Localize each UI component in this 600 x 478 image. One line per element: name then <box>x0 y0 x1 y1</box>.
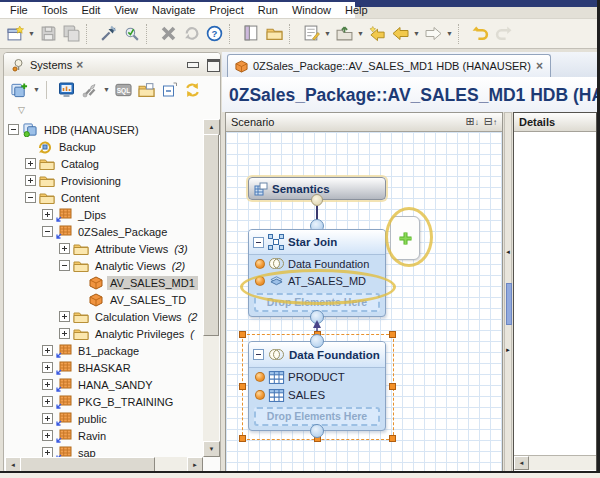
tree-item[interactable]: Attribute Views (3) <box>4 240 203 257</box>
tree-item[interactable]: BHASKAR <box>4 359 203 376</box>
node-item[interactable]: SALES <box>249 386 385 404</box>
tree-item[interactable]: Content <box>4 189 203 206</box>
expand-all-icon[interactable]: ⊞↓ <box>466 116 479 128</box>
delete-button[interactable] <box>157 23 179 45</box>
expand-minus-box[interactable] <box>42 226 53 237</box>
selection-handle[interactable] <box>239 383 246 390</box>
selection-handle[interactable] <box>389 435 396 442</box>
menu-item[interactable]: Navigate <box>145 3 202 17</box>
selection-handle[interactable] <box>239 331 246 338</box>
tree-item[interactable]: Analytic Privileges ( <box>4 325 203 342</box>
forward-button[interactable] <box>422 23 444 45</box>
data-foundation-node[interactable]: Data Foundation PRODUCT <box>248 341 386 431</box>
back-button[interactable] <box>389 23 411 45</box>
export-button[interactable] <box>333 23 355 45</box>
scroll-right-button[interactable]: ► <box>187 457 203 472</box>
task-list-dropdown-arrow[interactable]: ▼ <box>323 23 332 45</box>
scroll-up-button[interactable]: ▲ <box>203 119 220 135</box>
configuration-dropdown-arrow[interactable]: ▼ <box>102 79 111 101</box>
selection-handle[interactable] <box>389 383 396 390</box>
panel-splitter[interactable]: ◄ ► <box>504 112 512 472</box>
tree-item[interactable]: Backup <box>4 138 203 155</box>
add-element-button[interactable] <box>390 216 420 260</box>
star-join-header[interactable]: Star Join <box>249 230 385 255</box>
tree-item[interactable]: B1_package <box>4 342 203 359</box>
save-all-button[interactable] <box>60 23 82 45</box>
expand-plus-box[interactable] <box>42 379 53 390</box>
collapse-icon[interactable] <box>253 349 264 360</box>
scroll-left-button[interactable]: ◄ <box>514 456 529 470</box>
back-to-start-button[interactable] <box>366 23 388 45</box>
tree-item[interactable]: Analytic Views (2) <box>4 257 203 274</box>
expand-plus-box[interactable] <box>59 311 70 322</box>
administration-console-button[interactable] <box>56 79 77 100</box>
scroll-thumb[interactable] <box>203 134 219 336</box>
show-view-button[interactable] <box>240 23 262 45</box>
sql-console-button[interactable]: SQL <box>113 79 134 100</box>
menu-item[interactable]: Edit <box>74 3 107 17</box>
node-item[interactable]: Data Foundation <box>249 255 385 272</box>
close-icon[interactable]: × <box>536 61 543 71</box>
export-dropdown-arrow[interactable]: ▼ <box>356 23 365 45</box>
tree-item[interactable]: PKG_B_TRAINING <box>4 393 203 410</box>
tree-item[interactable]: Provisioning <box>4 172 203 189</box>
scroll-thumb[interactable] <box>20 457 155 472</box>
tree-item[interactable]: Catalog <box>4 155 203 172</box>
collapse-all-button[interactable] <box>159 79 180 100</box>
tree-item[interactable]: _Dips <box>4 206 203 223</box>
tree-item[interactable]: sap <box>4 444 203 457</box>
maximize-button[interactable] <box>207 59 220 70</box>
selection-handle[interactable] <box>389 331 396 338</box>
collapse-icon[interactable] <box>253 237 264 248</box>
minimize-button[interactable] <box>186 59 199 70</box>
node-item[interactable]: AT_SALES_MD <box>249 272 385 289</box>
save-button[interactable] <box>37 23 59 45</box>
menu-item[interactable]: Window <box>285 3 338 17</box>
refresh-button[interactable] <box>182 79 203 100</box>
new-wizard-button[interactable] <box>4 23 26 45</box>
menu-item[interactable]: Project <box>202 3 250 17</box>
tree-item[interactable]: Calculation Views (2 <box>4 308 203 325</box>
expand-plus-box[interactable] <box>42 396 53 407</box>
expand-minus-box[interactable] <box>59 260 70 271</box>
tree-vertical-scrollbar[interactable]: ▲ ▼ <box>203 119 219 457</box>
revert-button[interactable] <box>180 23 202 45</box>
collapse-left-arrow[interactable]: ◄ <box>505 249 511 255</box>
expand-plus-box[interactable] <box>42 430 53 441</box>
help-button[interactable]: ? <box>203 23 225 45</box>
tree-item[interactable]: 0ZSales_Package <box>4 223 203 240</box>
configuration-button[interactable] <box>79 79 100 100</box>
add-system-dropdown-arrow[interactable]: ▼ <box>32 79 41 101</box>
expand-minus-box[interactable] <box>8 124 19 135</box>
scroll-down-button[interactable]: ▼ <box>203 441 220 457</box>
open-folder-button[interactable] <box>263 23 285 45</box>
tree-horizontal-scrollbar[interactable]: ◄ ► <box>5 457 203 472</box>
expand-plus-box[interactable] <box>42 209 53 220</box>
editor-tab[interactable]: 0ZSales_Package::AV_SALES_MD1 HDB (HANAU… <box>227 54 551 77</box>
new-wizard-dropdown-arrow[interactable]: ▼ <box>27 23 36 45</box>
tab-systems[interactable]: Systems × <box>8 56 87 74</box>
star-join-node[interactable]: Star Join Data Foundation <box>248 229 386 317</box>
collapse-all-icon[interactable]: ⊟↑ <box>484 116 497 128</box>
menu-item[interactable]: View <box>107 3 145 17</box>
scroll-left-button[interactable]: ◄ <box>5 457 21 472</box>
redo-button[interactable] <box>492 23 514 45</box>
expand-plus-box[interactable] <box>25 158 36 169</box>
connector-point[interactable] <box>310 424 324 438</box>
expand-plus-box[interactable] <box>42 345 53 356</box>
expand-plus-box[interactable] <box>59 328 70 339</box>
undo-button[interactable] <box>469 23 491 45</box>
menu-item[interactable]: Tools <box>35 3 75 17</box>
selection-handle[interactable] <box>239 435 246 442</box>
tree-item[interactable]: HANA_SANDY <box>4 376 203 393</box>
view-menu-chevron[interactable]: ▽ <box>18 105 25 115</box>
node-item[interactable]: PRODUCT <box>249 368 385 386</box>
tree-item[interactable]: HDB (HANAUSER) <box>4 121 203 138</box>
expand-plus-box[interactable] <box>25 175 36 186</box>
add-system-button[interactable] <box>9 79 30 100</box>
expand-minus-box[interactable] <box>25 192 36 203</box>
forward-dropdown-arrow[interactable]: ▼ <box>445 23 454 45</box>
tree-item[interactable]: Ravin <box>4 427 203 444</box>
clean-icon[interactable] <box>97 23 119 45</box>
menu-item[interactable]: Run <box>251 3 285 17</box>
